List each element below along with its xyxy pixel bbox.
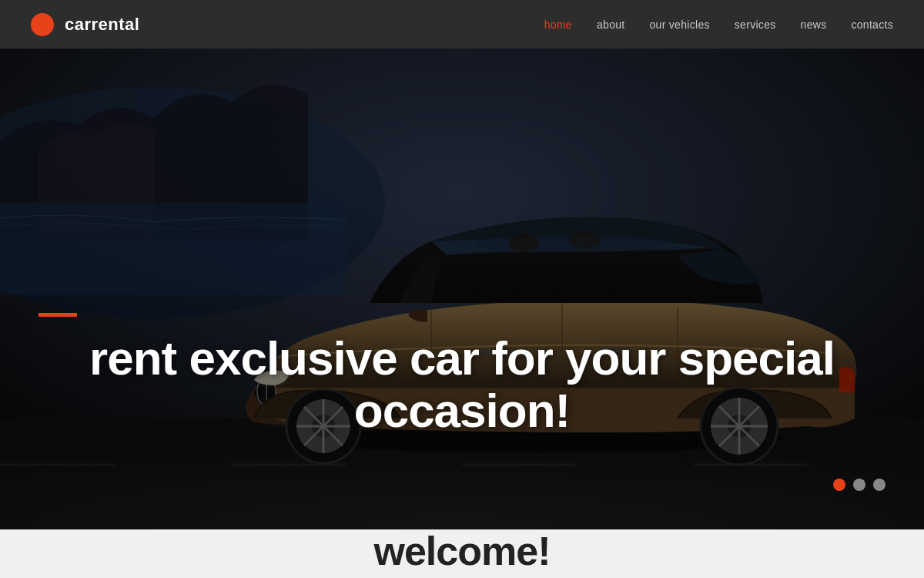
nav-item-our-vehicles[interactable]: our vehicles	[650, 18, 710, 31]
logo-text[interactable]: carrental	[65, 15, 139, 35]
slider-dot-2[interactable]	[853, 479, 865, 491]
hero-content: rent exclusive car for your special occa…	[0, 313, 924, 437]
nav-item-home[interactable]: home	[544, 18, 572, 31]
logo-dot-icon	[31, 13, 54, 36]
hero-section: rent exclusive car for your special occa…	[0, 49, 924, 529]
welcome-title: welcome!	[374, 528, 551, 574]
welcome-section: welcome!	[0, 529, 924, 578]
nav-item-services[interactable]: services	[735, 18, 776, 31]
logo-area: carrental	[31, 13, 139, 36]
hero-overlay	[0, 49, 924, 529]
site-header: carrental home about our vehicles servic…	[0, 0, 924, 49]
nav-item-news[interactable]: news	[801, 18, 827, 31]
main-nav: home about our vehicles services news co…	[544, 18, 893, 31]
slider-dot-1[interactable]	[833, 479, 845, 491]
hero-accent-line	[38, 313, 77, 317]
slider-dots	[833, 479, 886, 491]
nav-item-about[interactable]: about	[597, 18, 625, 31]
slider-dot-3[interactable]	[873, 479, 886, 491]
hero-title: rent exclusive car for your special occa…	[38, 332, 886, 437]
nav-item-contacts[interactable]: contacts	[851, 18, 893, 31]
